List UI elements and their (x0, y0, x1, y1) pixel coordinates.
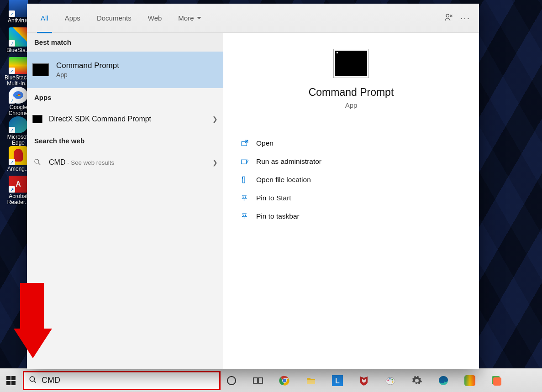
search-input[interactable] (42, 376, 215, 385)
open-icon (238, 139, 252, 147)
search-tabs: All Apps Documents Web More ··· (27, 4, 479, 33)
best-match-heading: Best match (27, 33, 223, 52)
taskbar-pinned: L (224, 373, 504, 388)
tab-apps[interactable]: Apps (57, 4, 89, 33)
pin-icon (238, 212, 252, 220)
chevron-down-icon (197, 17, 201, 19)
result-title: CMD - See web results (49, 158, 114, 167)
svg-point-5 (227, 376, 236, 385)
svg-rect-7 (258, 378, 263, 383)
result-web[interactable]: CMD - See web results ❯ (27, 150, 223, 175)
folder-icon (238, 176, 252, 184)
tab-label: More (178, 14, 194, 22)
preview-title: Command Prompt (309, 86, 394, 99)
chevron-right-icon[interactable]: ❯ (212, 159, 218, 166)
action-label: Open file location (256, 176, 311, 184)
svg-rect-3 (242, 160, 247, 164)
results-panel: Best match Command Prompt App Apps Direc… (27, 33, 223, 369)
svg-rect-6 (253, 378, 258, 383)
result-subtitle: App (56, 71, 119, 78)
action-open[interactable]: Open (238, 134, 479, 152)
cmd-icon (32, 115, 42, 123)
cortana-icon[interactable] (224, 373, 239, 388)
action-run-admin[interactable]: Run as administrator (238, 152, 479, 171)
result-best-match[interactable]: Command Prompt App (27, 52, 223, 88)
preview-actions: Open Run as administrator Open file loca… (223, 134, 479, 225)
mcafee-icon[interactable] (357, 373, 371, 388)
file-explorer-icon[interactable] (304, 373, 318, 388)
taskbar: L (0, 368, 542, 392)
action-pin-start[interactable]: Pin to Start (238, 189, 479, 207)
action-label: Run as administrator (256, 157, 321, 166)
result-title: Command Prompt (56, 61, 119, 70)
edge-icon[interactable] (436, 373, 451, 388)
action-open-location[interactable]: Open file location (238, 171, 479, 189)
chevron-right-icon[interactable]: ❯ (212, 115, 218, 123)
svg-point-4 (30, 376, 35, 382)
more-options-icon[interactable]: ··· (457, 13, 474, 23)
tab-label: Apps (65, 14, 80, 22)
svg-point-18 (392, 381, 393, 382)
desktop-icon-label: Google Chrome (9, 105, 28, 116)
shield-icon (238, 157, 252, 166)
tab-label: All (41, 14, 48, 22)
desktop-icon-label: Among... (7, 166, 29, 172)
action-label: Pin to taskbar (256, 212, 300, 220)
pin-icon (238, 194, 252, 202)
preview-panel: Command Prompt App Open Run as administr… (223, 33, 479, 369)
apps-heading: Apps (27, 88, 223, 107)
bluestacks-multi-icon[interactable] (489, 373, 504, 388)
annotation-arrow (14, 283, 50, 361)
tab-more[interactable]: More (170, 4, 209, 33)
svg-text:L: L (335, 377, 340, 385)
bluestacks-icon[interactable] (463, 373, 477, 388)
desktop-icon-label: Acrobat Reader... (7, 193, 30, 205)
search-web-heading: Search the web (27, 131, 223, 150)
svg-point-0 (446, 14, 449, 17)
desktop: ↗Antivirus ↗BlueSta... ↗BlueStacks Multi… (0, 0, 542, 392)
task-view-icon[interactable] (251, 373, 265, 388)
desktop-icon-label: Antivirus (8, 18, 29, 24)
paint-icon[interactable] (383, 373, 398, 388)
result-app[interactable]: DirectX SDK Command Prompt ❯ (27, 107, 223, 131)
svg-rect-22 (493, 377, 501, 386)
preview-icon (333, 49, 369, 78)
preview-subtitle: App (345, 101, 358, 109)
action-label: Pin to Start (256, 194, 291, 202)
svg-point-1 (35, 159, 39, 163)
svg-point-15 (387, 379, 389, 381)
app-l-icon[interactable]: L (330, 373, 345, 388)
desktop-icon-label: Microsoft Edge (7, 134, 30, 146)
feedback-icon[interactable] (441, 12, 457, 24)
tab-all[interactable]: All (32, 4, 57, 33)
search-icon (33, 158, 42, 167)
taskbar-search-box[interactable] (23, 371, 221, 390)
chrome-icon[interactable] (277, 373, 292, 388)
tab-label: Documents (97, 14, 132, 22)
settings-icon[interactable] (410, 373, 424, 388)
action-label: Open (256, 139, 274, 147)
cmd-icon (32, 63, 49, 76)
action-pin-taskbar[interactable]: Pin to taskbar (238, 207, 479, 225)
svg-rect-20 (464, 375, 475, 386)
svg-point-17 (391, 379, 393, 380)
tab-documents[interactable]: Documents (89, 4, 140, 33)
tab-label: Web (148, 14, 162, 22)
svg-rect-11 (307, 380, 315, 384)
start-button[interactable] (0, 369, 22, 392)
result-title: DirectX SDK Command Prompt (49, 115, 151, 123)
windows-icon (6, 376, 16, 385)
svg-point-16 (389, 378, 390, 379)
svg-point-10 (284, 379, 286, 382)
search-flyout: All Apps Documents Web More ··· Best mat… (27, 4, 479, 369)
tab-web[interactable]: Web (140, 4, 170, 33)
search-icon (29, 376, 37, 386)
